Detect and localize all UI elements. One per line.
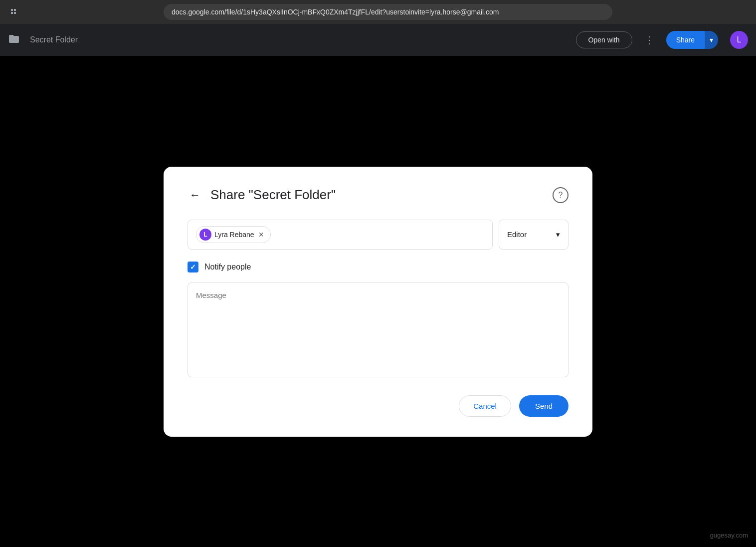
help-icon[interactable]: ?: [553, 187, 568, 203]
browser-bar: docs.google.com/file/d/1sHy3aQXslInOCj-m…: [0, 0, 756, 24]
notify-checkbox[interactable]: ✓: [188, 262, 198, 273]
modal-title-group: ← Share "Secret Folder": [188, 187, 336, 204]
modal-overlay: ← Share "Secret Folder" ? L Lyra Rebane …: [0, 56, 756, 547]
back-button[interactable]: ←: [188, 187, 202, 204]
more-options-button[interactable]: ⋮: [640, 30, 658, 50]
svg-rect-3: [14, 12, 16, 14]
send-button[interactable]: Send: [519, 395, 568, 417]
user-avatar[interactable]: L: [730, 31, 748, 49]
role-dropdown[interactable]: Editor ▾: [499, 220, 568, 250]
app-header: Secret Folder Open with ⋮ Share ▾ L: [0, 24, 756, 56]
modal-title: Share "Secret Folder": [210, 187, 336, 203]
share-arrow-button[interactable]: ▾: [705, 31, 718, 49]
action-row: Cancel Send: [188, 395, 568, 417]
modal-header: ← Share "Secret Folder" ?: [188, 187, 568, 204]
open-with-button[interactable]: Open with: [576, 31, 632, 48]
share-modal: ← Share "Secret Folder" ? L Lyra Rebane …: [164, 167, 592, 437]
recipient-row: L Lyra Rebane ✕ Editor ▾: [188, 220, 568, 250]
message-textarea[interactable]: [188, 282, 568, 377]
recipient-input[interactable]: L Lyra Rebane ✕: [188, 220, 493, 250]
chip-name: Lyra Rebane: [214, 231, 254, 239]
notify-row: ✓ Notify people: [188, 262, 568, 273]
cancel-button[interactable]: Cancel: [459, 395, 511, 417]
share-button-group: Share ▾: [666, 31, 718, 49]
checkmark-icon: ✓: [190, 263, 196, 271]
chip-avatar: L: [199, 229, 211, 241]
svg-rect-1: [14, 9, 16, 11]
role-selected: Editor: [507, 230, 527, 239]
folder-icon: [8, 34, 20, 46]
svg-rect-0: [11, 9, 13, 11]
chip-close-button[interactable]: ✕: [258, 231, 264, 239]
svg-rect-2: [11, 12, 13, 14]
share-main-button[interactable]: Share: [666, 31, 705, 49]
address-bar[interactable]: docs.google.com/file/d/1sHy3aQXslInOCj-m…: [164, 4, 612, 20]
recipient-chip: L Lyra Rebane ✕: [196, 226, 271, 243]
browser-menu-icon[interactable]: [8, 5, 22, 19]
url-text: docs.google.com/file/d/1sHy3aQXslInOCj-m…: [172, 8, 499, 16]
role-arrow-icon: ▾: [556, 230, 560, 239]
watermark: gugesay.com: [710, 532, 748, 539]
folder-name-label: Secret Folder: [30, 35, 568, 44]
notify-label: Notify people: [204, 263, 251, 272]
